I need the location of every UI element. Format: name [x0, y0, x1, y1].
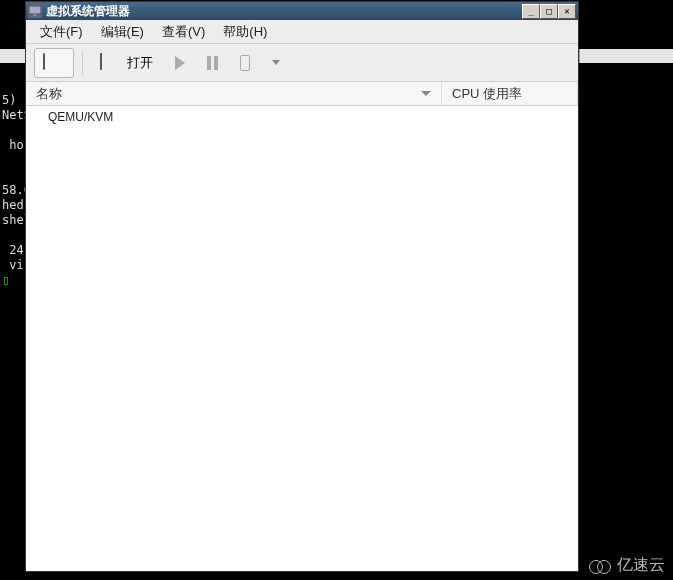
toolbar: 打开	[26, 44, 578, 82]
column-header-name[interactable]: 名称	[26, 82, 442, 105]
connection-list[interactable]: QEMU/KVM	[26, 106, 578, 571]
menu-file[interactable]: 文件(F)	[32, 20, 91, 44]
chevron-down-icon	[272, 60, 280, 65]
open-button[interactable]: 打开	[91, 48, 162, 78]
menu-view[interactable]: 查看(V)	[154, 20, 213, 44]
column-name-label: 名称	[36, 85, 62, 103]
column-cpu-label: CPU 使用率	[452, 85, 522, 103]
device-icon	[240, 55, 250, 71]
pause-button[interactable]	[198, 48, 227, 78]
menu-edit[interactable]: 编辑(E)	[93, 20, 152, 44]
run-button[interactable]	[166, 48, 194, 78]
sort-indicator-icon	[421, 91, 431, 96]
table-header: 名称 CPU 使用率	[26, 82, 578, 106]
virt-manager-window: 虚拟系统管理器 _ □ ✕ 文件(F) 编辑(E) 查看(V) 帮助(H) 打开	[25, 1, 579, 572]
new-vm-icon	[43, 54, 65, 72]
watermark: 亿速云	[589, 555, 665, 576]
window-title: 虚拟系统管理器	[46, 3, 522, 20]
menubar: 文件(F) 编辑(E) 查看(V) 帮助(H)	[26, 20, 578, 44]
row-name: QEMU/KVM	[26, 110, 442, 124]
monitor-icon	[100, 54, 122, 72]
watermark-text: 亿速云	[617, 555, 665, 576]
column-header-cpu[interactable]: CPU 使用率	[442, 82, 578, 105]
shutdown-menu-button[interactable]	[263, 48, 289, 78]
terminal-cursor: ▯	[2, 273, 9, 287]
open-label: 打开	[127, 54, 153, 72]
maximize-button[interactable]: □	[540, 4, 558, 19]
minimize-button[interactable]: _	[522, 4, 540, 19]
shutdown-button[interactable]	[231, 48, 259, 78]
watermark-logo-icon	[589, 558, 613, 574]
window-titlebar[interactable]: 虚拟系统管理器 _ □ ✕	[26, 2, 578, 20]
window-controls: _ □ ✕	[522, 4, 576, 19]
table-row[interactable]: QEMU/KVM	[26, 106, 578, 128]
menu-help[interactable]: 帮助(H)	[215, 20, 275, 44]
svg-rect-1	[33, 14, 37, 16]
pause-icon	[207, 56, 218, 70]
toolbar-separator	[82, 51, 83, 75]
svg-rect-0	[29, 6, 41, 14]
close-button[interactable]: ✕	[558, 4, 576, 19]
new-vm-button[interactable]	[34, 48, 74, 78]
play-icon	[175, 56, 185, 70]
app-icon	[28, 4, 42, 18]
